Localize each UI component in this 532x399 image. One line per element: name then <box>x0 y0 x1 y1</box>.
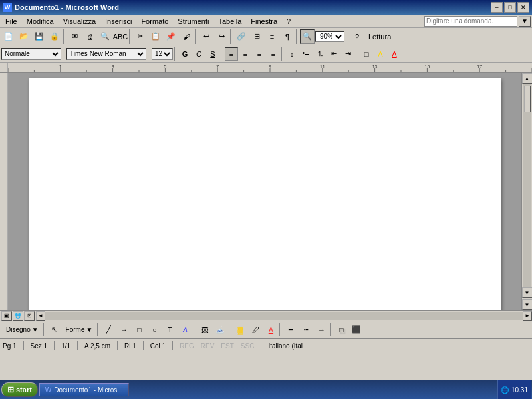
increase-indent-button[interactable]: ⇥ <box>341 47 354 61</box>
shadow-button[interactable]: □ <box>334 323 348 337</box>
show-hide-button[interactable]: ¶ <box>280 29 295 44</box>
draw-dropdown-button[interactable]: Disegno▼ <box>3 323 42 336</box>
columns-button[interactable]: ≡ <box>265 29 279 44</box>
clipart-button[interactable]: 🖼 <box>198 323 212 337</box>
fmt-sep2 <box>148 47 150 61</box>
font-select[interactable]: Times New Roman <box>66 48 146 60</box>
help-button[interactable]: ? <box>350 29 364 44</box>
oval-button[interactable]: ○ <box>147 323 162 337</box>
font-size-select[interactable]: 12 <box>152 48 173 60</box>
page-of-indicator: 1/1 <box>61 342 70 350</box>
menu-tabella[interactable]: Tabella <box>214 17 245 26</box>
menu-help[interactable]: ? <box>283 17 295 26</box>
status-sep3 <box>77 341 78 350</box>
print-preview-button[interactable]: 🔍 <box>98 29 112 44</box>
font-color-button[interactable]: A <box>388 47 401 61</box>
email-button[interactable]: ✉ <box>67 29 82 44</box>
scroll-right-arrow[interactable]: ► <box>523 311 532 321</box>
menu-finestra[interactable]: Finestra <box>247 17 281 26</box>
align-center-button[interactable]: ≡ <box>239 47 252 61</box>
wordart-button[interactable]: A <box>178 323 192 337</box>
bullet-list-button[interactable]: ≔ <box>299 47 313 61</box>
search-dropdown-button[interactable]: ▼ <box>519 16 531 27</box>
line-color-button[interactable]: 🖊 <box>248 323 263 337</box>
menu-file[interactable]: File <box>1 17 21 26</box>
document-page[interactable] <box>29 78 501 310</box>
scroll-left-arrow[interactable]: ◄ <box>36 311 45 321</box>
minimize-button[interactable]: – <box>491 2 503 13</box>
format-painter-button[interactable]: 🖌 <box>179 29 194 44</box>
highlight-button[interactable]: A <box>374 47 387 61</box>
italic-button[interactable]: C <box>192 47 205 61</box>
menu-formato[interactable]: Formato <box>137 17 172 26</box>
menu-strumenti[interactable]: Strumenti <box>174 17 213 26</box>
page-indicator: Pg 1 <box>3 342 17 350</box>
taskbar-window-item[interactable]: W Documento1 - Micros... <box>39 383 129 396</box>
position-indicator: A 2,5 cm <box>84 342 110 350</box>
layout-view-button[interactable]: ⊡ <box>24 311 35 321</box>
ruler-left-margin <box>0 63 8 72</box>
decrease-indent-button[interactable]: ⇤ <box>327 47 340 61</box>
spelling-button[interactable]: ABC <box>113 29 128 44</box>
paste-button[interactable]: 📌 <box>164 29 178 44</box>
underline-button[interactable]: S <box>206 47 219 61</box>
line-style-button[interactable]: ━ <box>283 323 298 337</box>
outside-border-button[interactable]: □ <box>360 47 373 61</box>
draw-sep6 <box>330 323 332 336</box>
permission-button[interactable]: 🔒 <box>47 29 62 44</box>
line-spacing-button[interactable]: ↕ <box>285 47 299 61</box>
scroll-track[interactable] <box>523 84 531 287</box>
arrow-style-button[interactable]: → <box>314 323 329 337</box>
redo-button[interactable]: ↪ <box>214 29 229 44</box>
zoom-in-button[interactable]: 🔍 <box>300 29 315 44</box>
menu-visualizza[interactable]: Visualizza <box>59 17 100 26</box>
open-button[interactable]: 📂 <box>17 29 31 44</box>
svg-text:11: 11 <box>320 65 325 69</box>
forme-dropdown-button[interactable]: Forme▼ <box>63 323 96 336</box>
document-area[interactable] <box>8 73 521 310</box>
hyperlink-button[interactable]: 🔗 <box>234 29 249 44</box>
scroll-down-arrow-top[interactable]: ▼ <box>522 287 533 298</box>
undo-button[interactable]: ↩ <box>199 29 213 44</box>
arrow-button[interactable]: → <box>116 323 131 337</box>
scroll-up-arrow[interactable]: ▲ <box>522 73 533 84</box>
save-button[interactable]: 💾 <box>32 29 47 44</box>
justify-button[interactable]: ≡ <box>267 47 280 61</box>
rectangle-button[interactable]: □ <box>132 323 146 337</box>
numbered-list-button[interactable]: ⒈ <box>313 47 327 61</box>
menu-inserisci[interactable]: Inserisci <box>101 17 136 26</box>
svg-text:5: 5 <box>164 65 166 69</box>
svg-text:17: 17 <box>477 65 482 69</box>
font-color-draw-button[interactable]: A <box>263 323 278 337</box>
normal-view-button[interactable]: ▣ <box>1 311 12 321</box>
picture-button[interactable]: 🗻 <box>213 323 227 337</box>
scroll-thumb[interactable] <box>524 86 531 112</box>
dash-style-button[interactable]: ┅ <box>299 323 313 337</box>
textbox-button[interactable]: T <box>162 323 177 337</box>
view-buttons: ▣ 🌐 ⊡ <box>0 311 36 321</box>
cut-button[interactable]: ✂ <box>133 29 148 44</box>
menu-modifica[interactable]: Modifica <box>23 17 58 26</box>
zoom-select[interactable]: 90% <box>315 31 344 42</box>
line-button[interactable]: ╱ <box>101 323 116 337</box>
start-button[interactable]: ⊞ start <box>1 382 38 397</box>
select-objects-button[interactable]: ↖ <box>47 323 62 337</box>
maximize-button[interactable]: □ <box>504 2 516 13</box>
scroll-down-arrow-bottom[interactable]: ▼ <box>522 299 533 310</box>
print-button[interactable]: 🖨 <box>82 29 97 44</box>
bold-button[interactable]: G <box>178 47 192 61</box>
new-button[interactable]: 📄 <box>1 29 16 44</box>
fmt-sep3 <box>174 47 177 61</box>
close-button[interactable]: ✕ <box>517 2 529 13</box>
lettura-button[interactable]: Lettura <box>365 29 394 44</box>
copy-button[interactable]: 📋 <box>148 29 163 44</box>
horizontal-scroll-track[interactable] <box>45 312 523 320</box>
fill-color-button[interactable]: ▓ <box>233 323 247 337</box>
style-select[interactable]: Normale <box>1 48 61 60</box>
web-view-button[interactable]: 🌐 <box>13 311 23 321</box>
search-input[interactable] <box>424 16 517 27</box>
align-right-button[interactable]: ≡ <box>253 47 266 61</box>
align-left-button[interactable]: ≡ <box>225 47 238 61</box>
3d-button[interactable]: ⬛ <box>349 323 364 337</box>
table-button[interactable]: ⊞ <box>249 29 264 44</box>
